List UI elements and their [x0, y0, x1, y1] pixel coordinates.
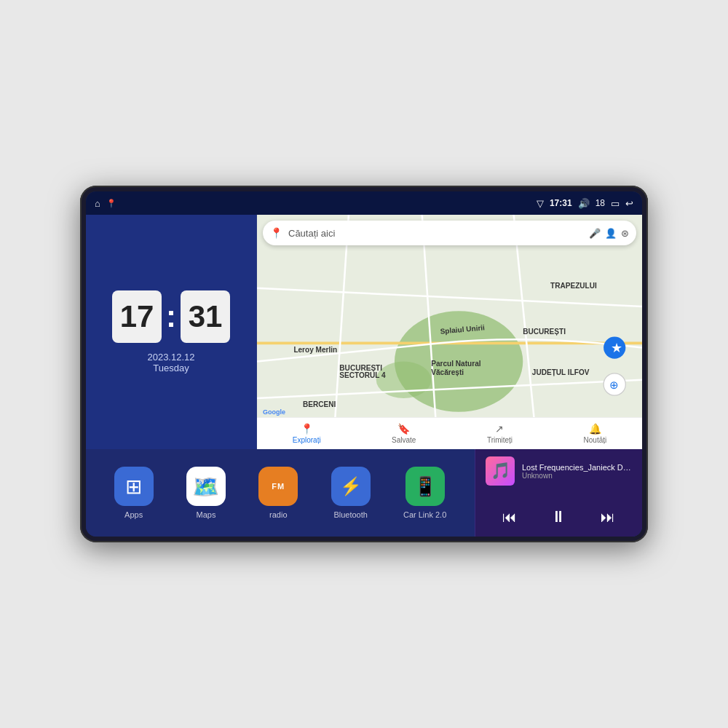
prev-button[interactable]: ⏮ [496, 506, 523, 529]
carlink-icon-wrapper: 📱 [405, 467, 445, 506]
news-icon: 🔔 [589, 423, 601, 435]
map-tab-explore[interactable]: 📍 Explorați [293, 423, 321, 444]
radio-icon-wrapper: FM [258, 467, 298, 506]
explore-icon: 📍 [301, 423, 313, 435]
screen: ⌂ 📍 ▽ 17:31 🔊 18 ▭ ↩ 17 : [86, 191, 642, 537]
saved-icon: 🔖 [397, 423, 410, 435]
radio-label: radio [269, 510, 287, 519]
music-controls: ⏮ ⏸ ⏭ [486, 505, 632, 529]
music-details: Lost Frequencies_Janieck Devy-... Unknow… [522, 463, 632, 480]
map-panel[interactable]: BUCUREȘTI JUDEȚUL ILFOV TRAPEZULUI Parcu… [257, 215, 642, 449]
bluetooth-icon: ⚡ [340, 476, 362, 496]
play-pause-button[interactable]: ⏸ [545, 505, 572, 529]
map-bottom-bar: 📍 Explorați 🔖 Salvate ↗ Trimiteți 🔔 [257, 417, 642, 449]
maps-icon-wrapper: 🗺️ [186, 467, 226, 506]
map-tab-saved[interactable]: 🔖 Salvate [392, 423, 416, 444]
carlink-icon: 📱 [414, 475, 437, 498]
share-icon: ↗ [495, 423, 504, 435]
svg-text:SECTORUL 4: SECTORUL 4 [339, 371, 386, 379]
top-section: 17 : 31 2023.12.12 Tuesday [86, 215, 642, 449]
bottom-section: ⊞ Apps 🗺️ Maps FM [86, 449, 642, 537]
battery-level: 18 [596, 198, 605, 208]
volume-icon[interactable]: 🔊 [578, 198, 590, 209]
clock-display: 17 : 31 [112, 290, 230, 343]
clock-day: Tuesday [153, 363, 189, 373]
maps-app-icon: 🗺️ [192, 474, 219, 499]
main-area: 17 : 31 2023.12.12 Tuesday [86, 215, 642, 537]
app-item-carlink[interactable]: 📱 Car Link 2.0 [403, 467, 446, 519]
svg-text:Leroy Merlin: Leroy Merlin [293, 346, 337, 354]
music-thumbnail: 🎵 [486, 456, 515, 486]
app-item-apps[interactable]: ⊞ Apps [114, 467, 154, 519]
music-title: Lost Frequencies_Janieck Devy-... [522, 463, 632, 472]
music-info: 🎵 Lost Frequencies_Janieck Devy-... Unkn… [486, 456, 632, 486]
apps-icon: ⊞ [125, 475, 142, 499]
back-icon[interactable]: ↩ [625, 198, 633, 209]
map-tab-share[interactable]: ↗ Trimiteți [487, 423, 513, 444]
map-search-text[interactable]: Căutați aici [288, 228, 583, 239]
clock-separator: : [166, 290, 176, 343]
clock-minutes: 31 [181, 290, 230, 343]
map-search-icons: 🎤 👤 ⊛ [589, 228, 629, 239]
status-time: 17:31 [550, 198, 572, 208]
bluetooth-icon-wrapper: ⚡ [331, 467, 371, 506]
radio-icon: FM [272, 482, 285, 491]
clock-panel: 17 : 31 2023.12.12 Tuesday [86, 215, 257, 449]
svg-text:★: ★ [611, 341, 622, 355]
apps-icon-wrapper: ⊞ [114, 467, 154, 506]
clock-date: 2023.12.12 [147, 352, 194, 363]
svg-text:BERCENI: BERCENI [303, 400, 336, 408]
status-bar: ⌂ 📍 ▽ 17:31 🔊 18 ▭ ↩ [86, 191, 642, 215]
device-shell: ⌂ 📍 ▽ 17:31 🔊 18 ▭ ↩ 17 : [80, 186, 648, 542]
music-artist: Unknown [522, 472, 632, 480]
music-player: 🎵 Lost Frequencies_Janieck Devy-... Unkn… [475, 449, 642, 537]
battery-icon: ▭ [611, 198, 620, 209]
app-item-bluetooth[interactable]: ⚡ Bluetooth [331, 467, 371, 519]
status-right: ▽ 17:31 🔊 18 ▭ ↩ [537, 198, 633, 209]
app-launcher: ⊞ Apps 🗺️ Maps FM [86, 449, 475, 537]
clock-hours: 17 [112, 290, 162, 343]
account-icon[interactable]: 👤 [605, 228, 617, 239]
mic-icon[interactable]: 🎤 [589, 228, 601, 239]
more-icon[interactable]: ⊛ [621, 228, 629, 239]
maps-icon[interactable]: 📍 [106, 199, 116, 208]
app-item-maps[interactable]: 🗺️ Maps [186, 467, 226, 519]
apps-label: Apps [124, 510, 143, 519]
map-pin-icon: 📍 [270, 227, 282, 239]
bluetooth-label: Bluetooth [333, 510, 367, 519]
status-left: ⌂ 📍 [95, 198, 116, 209]
app-item-radio[interactable]: FM radio [258, 467, 298, 519]
svg-text:⊕: ⊕ [609, 379, 619, 391]
svg-text:Văcărești: Văcărești [431, 368, 464, 376]
svg-text:Parcul Natural: Parcul Natural [431, 360, 480, 368]
maps-label: Maps [197, 510, 216, 519]
signal-icon: ▽ [537, 198, 544, 209]
map-search-bar[interactable]: 📍 Căutați aici 🎤 👤 ⊛ [263, 221, 636, 245]
svg-text:JUDEȚUL ILFOV: JUDEȚUL ILFOV [532, 368, 590, 376]
svg-text:BUCUREȘTI: BUCUREȘTI [523, 328, 566, 336]
home-icon[interactable]: ⌂ [95, 198, 100, 209]
svg-text:TRAPEZULUI: TRAPEZULUI [550, 282, 597, 290]
carlink-label: Car Link 2.0 [403, 510, 446, 519]
google-logo: Google [263, 408, 285, 416]
map-tab-news[interactable]: 🔔 Noutăți [584, 423, 607, 444]
next-button[interactable]: ⏭ [595, 506, 621, 529]
